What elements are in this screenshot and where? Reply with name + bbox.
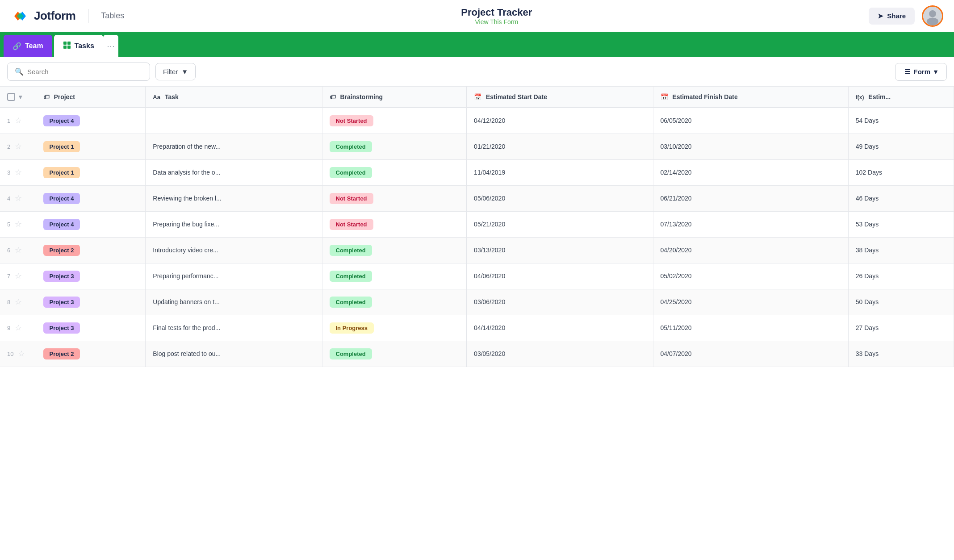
task-text: Preparing the bug fixe...: [153, 221, 219, 228]
star-icon[interactable]: ☆: [15, 323, 22, 333]
status-badge[interactable]: Not Started: [330, 193, 373, 204]
row-number: 9: [7, 325, 10, 331]
cell-project: Project 3: [36, 289, 146, 315]
estimate-value: 53 Days: [856, 221, 879, 228]
project-badge[interactable]: Project 2: [43, 348, 80, 359]
checkbox-chevron-icon[interactable]: ▾: [19, 93, 22, 100]
share-icon: ➤: [878, 12, 883, 20]
start-date-value: 03/05/2020: [474, 350, 505, 357]
status-badge[interactable]: Not Started: [330, 115, 373, 126]
cell-start-date: 01/21/2020: [467, 134, 653, 159]
table-row: 10 ☆ Project 2Blog post related to ou...…: [0, 341, 954, 367]
app-header: Jotform Tables Project Tracker View This…: [0, 0, 954, 32]
star-icon[interactable]: ☆: [15, 116, 22, 125]
form-button[interactable]: ☰ Form ▾: [895, 63, 947, 81]
th-estimate-label: Estim...: [868, 93, 891, 100]
project-badge[interactable]: Project 1: [43, 141, 80, 152]
filter-label: Filter: [163, 68, 178, 75]
search-box[interactable]: 🔍: [7, 63, 150, 81]
project-badge[interactable]: Project 1: [43, 167, 80, 178]
cell-start-date: 04/06/2020: [467, 263, 653, 289]
estimate-value: 27 Days: [856, 324, 879, 331]
svg-point-3: [927, 17, 938, 25]
share-button[interactable]: ➤ Share: [869, 8, 915, 25]
project-badge[interactable]: Project 4: [43, 115, 80, 126]
table-row: 8 ☆ Project 3Updating banners on t...Com…: [0, 289, 954, 315]
cell-finish-date: 04/25/2020: [653, 289, 848, 315]
table-row: 7 ☆ Project 3Preparing performanc...Comp…: [0, 263, 954, 289]
cell-project: Project 2: [36, 341, 146, 367]
star-icon[interactable]: ☆: [15, 271, 22, 281]
row-number: 3: [7, 169, 10, 176]
cell-brainstorming: Completed: [322, 289, 467, 315]
project-badge[interactable]: Project 2: [43, 245, 80, 256]
header-actions: ➤ Share: [869, 5, 943, 27]
cell-brainstorming: Completed: [322, 263, 467, 289]
tab-tasks[interactable]: Tasks: [54, 35, 103, 57]
status-badge[interactable]: Completed: [330, 245, 372, 256]
finish-date-value: 04/07/2020: [661, 350, 692, 357]
form-icon: ☰: [904, 68, 910, 76]
status-badge[interactable]: Completed: [330, 297, 372, 308]
cell-brainstorming: Completed: [322, 237, 467, 263]
cell-finish-date: 05/02/2020: [653, 263, 848, 289]
project-title: Project Tracker: [461, 7, 532, 18]
estimate-value: 46 Days: [856, 195, 879, 202]
cell-project: Project 1: [36, 134, 146, 159]
search-input[interactable]: [27, 68, 142, 75]
task-col-icon: Aa: [153, 94, 160, 100]
tab-team[interactable]: 🔗 Team: [4, 35, 52, 57]
table-row: 1 ☆ Project 4Not Started04/12/202006/05/…: [0, 108, 954, 134]
row-number: 8: [7, 299, 10, 305]
select-all-checkbox[interactable]: [7, 93, 15, 101]
logo-area: Jotform Tables: [11, 7, 124, 25]
filter-button[interactable]: Filter ▼: [155, 63, 196, 80]
status-badge[interactable]: Completed: [330, 348, 372, 359]
status-badge[interactable]: Completed: [330, 271, 372, 282]
avatar[interactable]: [922, 5, 943, 27]
star-icon[interactable]: ☆: [18, 349, 25, 359]
star-icon[interactable]: ☆: [15, 219, 22, 229]
svg-rect-6: [63, 46, 67, 49]
cell-start-date: 03/13/2020: [467, 237, 653, 263]
cell-task: [146, 108, 322, 134]
logo-text: Jotform: [34, 9, 75, 23]
cell-estimate: 50 Days: [848, 289, 954, 315]
status-badge[interactable]: Not Started: [330, 219, 373, 230]
tables-label: Tables: [101, 11, 124, 21]
project-badge[interactable]: Project 3: [43, 297, 80, 308]
task-text: Reviewing the broken l...: [153, 195, 221, 202]
star-icon[interactable]: ☆: [15, 167, 22, 177]
status-badge[interactable]: In Progress: [330, 322, 374, 334]
cell-estimate: 53 Days: [848, 211, 954, 237]
star-icon[interactable]: ☆: [15, 193, 22, 203]
star-icon[interactable]: ☆: [15, 142, 22, 151]
row-number: 5: [7, 221, 10, 228]
finish-date-value: 04/25/2020: [661, 298, 692, 305]
status-badge[interactable]: Completed: [330, 141, 372, 152]
cell-task: Reviewing the broken l...: [146, 185, 322, 211]
row-controls: 3 ☆: [0, 159, 36, 185]
finish-date-value: 02/14/2020: [661, 169, 692, 176]
cell-start-date: 11/04/2019: [467, 159, 653, 185]
task-text: Updating banners on t...: [153, 298, 219, 305]
table-row: 2 ☆ Project 1Preparation of the new...Co…: [0, 134, 954, 159]
svg-rect-4: [63, 42, 67, 45]
cell-finish-date: 02/14/2020: [653, 159, 848, 185]
cell-brainstorming: Completed: [322, 341, 467, 367]
project-badge[interactable]: Project 3: [43, 271, 80, 282]
start-date-value: 04/14/2020: [474, 324, 505, 331]
cell-estimate: 33 Days: [848, 341, 954, 367]
star-icon[interactable]: ☆: [15, 297, 22, 307]
project-badge[interactable]: Project 4: [43, 219, 80, 230]
row-controls: 1 ☆: [0, 108, 36, 134]
star-icon[interactable]: ☆: [15, 245, 22, 255]
project-badge[interactable]: Project 3: [43, 322, 80, 334]
tab-more-button[interactable]: ⋯: [103, 35, 118, 57]
project-badge[interactable]: Project 4: [43, 193, 80, 204]
status-badge[interactable]: Completed: [330, 167, 372, 178]
estimate-col-icon: f(x): [856, 94, 864, 100]
start-date-value: 04/06/2020: [474, 272, 505, 280]
row-controls: 2 ☆: [0, 134, 36, 159]
view-form-link[interactable]: View This Form: [475, 18, 518, 25]
